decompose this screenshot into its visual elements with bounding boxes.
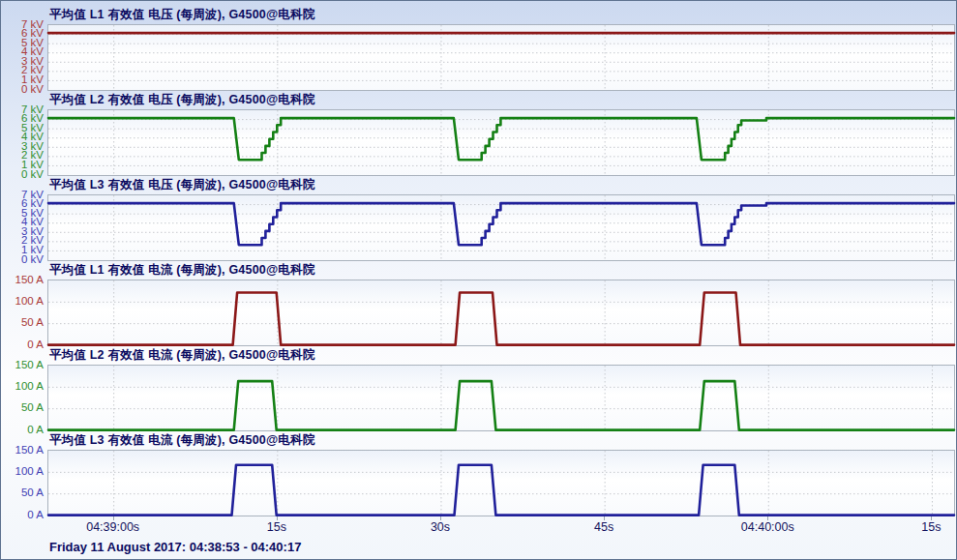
status-time-range-text: Friday 11 August 2017: 04:38:53 - 04:40:…	[49, 540, 301, 554]
plot-area-l2-voltage[interactable]	[47, 109, 955, 176]
chart-title-l3-current: 平均值 L3 有效值 电流 (每周波), G4500@电科院	[49, 432, 314, 450]
waveform-svg-l3-current	[48, 451, 954, 516]
waveform-svg-l2-current	[48, 366, 954, 430]
charts-area: 平均值 L1 有效值 电压 (每周波), G4500@电科院7 kV6 kV5 …	[1, 1, 956, 516]
y-axis-label: 100 A	[1, 296, 44, 307]
waveform-svg-l2-voltage	[48, 110, 954, 175]
time-axis: 04:39:00s15s30s45s04:40:00s15s	[1, 516, 956, 537]
x-axis-label: 45s	[594, 520, 613, 534]
chart-title-l1-current: 平均值 L1 有效值 电流 (每周波), G4500@电科院	[49, 262, 314, 280]
chart-l1-current: 平均值 L1 有效值 电流 (每周波), G4500@电科院150 A100 A…	[1, 261, 956, 346]
x-axis-label: 15s	[921, 520, 941, 534]
trace-l3-voltage	[48, 203, 954, 245]
plot-area-l1-current[interactable]	[47, 280, 955, 346]
trace-l2-voltage	[48, 118, 954, 160]
chart-l3-voltage: 平均值 L3 有效值 电压 (每周波), G4500@电科院7 kV6 kV5 …	[1, 176, 956, 261]
chart-l2-voltage: 平均值 L2 有效值 电压 (每周波), G4500@电科院7 kV6 kV5 …	[1, 91, 956, 176]
waveform-svg-l3-voltage	[48, 195, 954, 260]
y-axis-label: 100 A	[1, 381, 44, 392]
chart-l2-current: 平均值 L2 有效值 电流 (每周波), G4500@电科院150 A100 A…	[1, 346, 956, 431]
waveform-viewer-window: 平均值 L1 有效值 电压 (每周波), G4500@电科院7 kV6 kV5 …	[0, 0, 957, 560]
y-axis-label: 50 A	[1, 402, 44, 413]
x-axis-label: 15s	[267, 520, 286, 534]
chart-l1-voltage: 平均值 L1 有效值 电压 (每周波), G4500@电科院7 kV6 kV5 …	[1, 6, 956, 91]
chart-l3-current: 平均值 L3 有效值 电流 (每周波), G4500@电科院150 A100 A…	[1, 431, 956, 516]
chart-title-l3-voltage: 平均值 L3 有效值 电压 (每周波), G4500@电科院	[49, 177, 314, 194]
y-axis-label: 150 A	[1, 275, 44, 285]
trace-l2-current	[48, 381, 954, 430]
plot-area-l2-current[interactable]	[47, 365, 955, 431]
waveform-svg-l1-current	[48, 280, 954, 345]
plot-area-l1-voltage[interactable]	[47, 24, 955, 91]
y-axis-label: 50 A	[1, 317, 44, 328]
x-axis-label: 04:39:00s	[86, 520, 139, 534]
y-axis-label: 50 A	[1, 487, 44, 498]
y-axis-label: 150 A	[1, 445, 44, 456]
y-axis-label: 100 A	[1, 466, 44, 477]
x-axis-label: 30s	[431, 520, 450, 534]
chart-title-l2-current: 平均值 L2 有效值 电流 (每周波), G4500@电科院	[49, 347, 314, 365]
waveform-svg-l1-voltage	[48, 25, 954, 90]
status-bar: Friday 11 August 2017: 04:38:53 - 04:40:…	[1, 538, 956, 559]
trace-l1-current	[48, 293, 954, 345]
x-axis-label: 04:40:00s	[741, 520, 794, 534]
plot-area-l3-current[interactable]	[47, 450, 955, 516]
plot-area-l3-voltage[interactable]	[47, 194, 955, 261]
chart-title-l2-voltage: 平均值 L2 有效值 电压 (每周波), G4500@电科院	[49, 92, 314, 109]
chart-title-l1-voltage: 平均值 L1 有效值 电压 (每周波), G4500@电科院	[49, 7, 314, 24]
y-axis-label: 150 A	[1, 360, 44, 370]
